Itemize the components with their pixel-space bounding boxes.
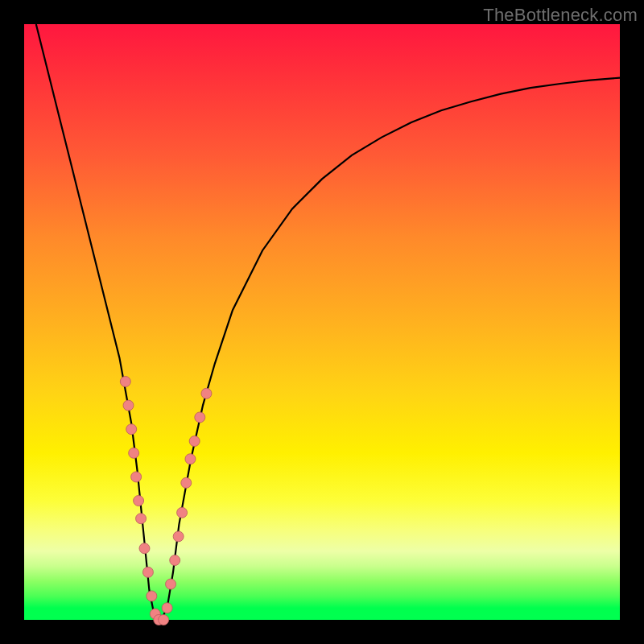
marker-dot <box>129 448 139 458</box>
marker-dot <box>123 400 134 411</box>
marker-dot <box>170 555 180 566</box>
marker-dot <box>131 472 142 482</box>
marker-dot <box>139 543 150 554</box>
marker-dot <box>177 507 188 518</box>
marker-dot <box>166 579 176 589</box>
marker-dot <box>126 424 137 435</box>
bottleneck-curve <box>36 24 620 620</box>
plot-area <box>24 24 620 620</box>
marker-dot <box>159 615 169 625</box>
marker-dot <box>136 514 147 524</box>
marker-dot <box>120 377 130 387</box>
marker-dot <box>134 496 144 506</box>
marker-dot <box>181 477 192 488</box>
watermark: TheBottleneck.com <box>483 5 638 26</box>
marker-dot <box>201 388 212 398</box>
chart-stage: TheBottleneck.com <box>0 0 644 644</box>
marker-dot <box>147 591 157 601</box>
marker-dot <box>195 412 205 423</box>
marker-dot <box>185 454 196 464</box>
marker-dot <box>142 567 153 577</box>
markers-group <box>120 377 212 625</box>
marker-dot <box>189 436 200 447</box>
chart-svg <box>24 24 620 620</box>
marker-dot <box>173 531 184 542</box>
marker-dot <box>162 603 172 613</box>
